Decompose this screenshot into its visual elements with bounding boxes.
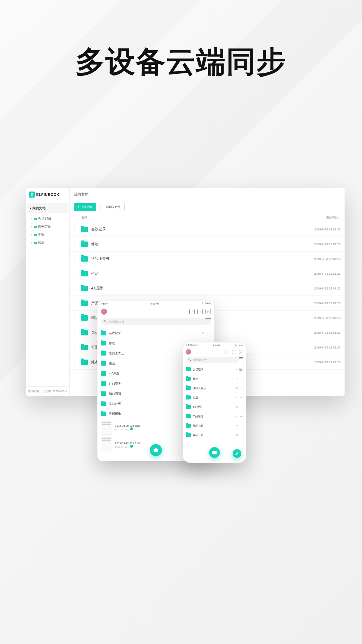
row-checkbox[interactable] [74, 286, 74, 291]
list-item[interactable]: 会议记录 20 ··· [101, 328, 211, 338]
folder-name: 修改 [193, 377, 235, 381]
row-name: 修改 [91, 241, 300, 247]
tablet-header: ✓ ＋ ◷ [98, 307, 214, 317]
list-item[interactable]: 生活 18 ··· [186, 393, 243, 402]
count-badge: 18 [236, 425, 238, 427]
phone-device: 􀙇 中国移动 ᯤ 9:41 AM 🔋 100% ✓ ＋ ◷ 🔍 搜索我的文件 会… [183, 342, 246, 463]
folder-name: 食品分析 [193, 433, 234, 437]
folder-icon [186, 395, 191, 399]
list-item[interactable]: 送我上青云 16 ··· [186, 383, 243, 393]
folder-icon [81, 271, 88, 276]
folder-icon [101, 381, 106, 386]
more-icon[interactable]: ··· [240, 406, 243, 409]
search-icon: 🔍 [188, 359, 191, 361]
history-icon[interactable]: ◷ [239, 350, 243, 354]
folder-icon [101, 391, 106, 396]
col-name-header[interactable]: 名称 [81, 215, 300, 220]
table-row[interactable]: 修改 2019-8-23 12:01:23 [70, 237, 345, 252]
row-checkbox[interactable] [74, 242, 74, 247]
doc-subtitle: 16-03-08 10:56 [115, 427, 140, 431]
camera-fab[interactable] [150, 444, 162, 456]
check-icon[interactable]: ✓ [225, 350, 229, 354]
status-bar: iPad ᯤ 9:41 AM 🔋 100% [98, 301, 214, 307]
row-time: 2019-8-23 12:01:23 [300, 272, 341, 275]
row-checkbox[interactable] [74, 360, 74, 365]
folder-name: 4.0原型 [193, 405, 234, 409]
camera-icon [212, 450, 217, 455]
row-checkbox[interactable] [74, 257, 74, 261]
folder-icon [101, 341, 106, 345]
menu-icon[interactable] [205, 318, 211, 322]
row-time: 2019-8-23 12:01:23 [300, 228, 341, 231]
row-checkbox[interactable] [74, 316, 74, 320]
col-time-header[interactable]: 更新时间 ↓ [300, 215, 341, 220]
upload-pdf-button[interactable]: ⇡ 上传PDF [74, 203, 96, 211]
table-row[interactable]: 会议记录 2019-8-23 12:01:23 [70, 222, 345, 237]
new-folder-button[interactable]: + 新建文件夹 [100, 203, 125, 211]
folder-icon [186, 424, 191, 428]
folder-icon [186, 367, 191, 371]
tag-icon[interactable] [239, 368, 243, 372]
folder-icon [34, 234, 37, 236]
folder-icon [101, 331, 106, 335]
list-item[interactable]: 修改 8 ··· [186, 374, 243, 383]
phone-header: ✓ ＋ ◷ [183, 348, 246, 356]
sync-icon [130, 427, 133, 430]
more-icon[interactable]: ··· [240, 424, 243, 427]
check-icon[interactable]: ✓ [189, 309, 195, 314]
edit-fab[interactable] [233, 449, 241, 458]
sidebar-item[interactable]: 会议记录 [31, 215, 69, 223]
sidebar: E ELFINBOOK ▾ 我的文档 会议记录读书笔记手账账本 🗑 回收站 云空… [26, 188, 70, 396]
trash-link[interactable]: 🗑 回收站 [28, 389, 40, 393]
avatar[interactable] [101, 309, 107, 315]
folder-icon [81, 301, 88, 306]
add-icon[interactable]: ＋ [197, 309, 203, 314]
folder-name: 精品书籍 [193, 424, 234, 428]
row-checkbox[interactable] [74, 227, 74, 232]
folder-icon [34, 226, 37, 228]
sidebar-item-label: 会议记录 [38, 216, 51, 221]
sidebar-item[interactable]: 读书笔记 [31, 223, 69, 231]
select-all-checkbox[interactable] [74, 216, 77, 219]
row-checkbox[interactable] [74, 301, 74, 306]
list-item[interactable]: 食品分析 18 ··· [186, 430, 243, 440]
search-input[interactable]: 🔍 搜索我的文件 [186, 357, 239, 363]
list-item[interactable]: 产品思考 15 ··· [186, 412, 243, 421]
row-time: 2019-8-23 12:01:23 [300, 243, 341, 246]
row-checkbox[interactable] [74, 345, 74, 350]
camera-fab[interactable] [209, 447, 220, 458]
row-time: 2019-8-23 12:01:23 [300, 361, 341, 364]
sidebar-root[interactable]: ▾ 我的文档 [27, 203, 68, 213]
list-item[interactable]: 会议记录 20 ··· [186, 365, 243, 374]
more-icon[interactable]: ··· [240, 387, 243, 390]
folder-icon [81, 330, 88, 335]
sidebar-item[interactable]: 账本 [31, 239, 69, 247]
list-item[interactable]: 精品书籍 18 ··· [186, 421, 243, 430]
more-icon[interactable]: ··· [240, 415, 243, 418]
more-icon[interactable]: ··· [240, 396, 243, 399]
table-row[interactable]: 生活 2019-8-23 12:01:23 [70, 266, 345, 281]
folder-name: 生活 [193, 396, 234, 399]
folder-name: 会议记录 [109, 331, 199, 335]
more-icon[interactable]: ··· [240, 377, 243, 380]
sidebar-item[interactable]: 手账 [31, 231, 69, 239]
history-icon[interactable]: ◷ [205, 309, 211, 314]
avatar[interactable] [186, 349, 191, 355]
list-item[interactable]: 4.0原型 16 ··· [186, 402, 243, 412]
table-row[interactable]: 4.0原型 2019-8-23 12:01:23 [70, 281, 345, 296]
add-icon[interactable]: ＋ [232, 350, 236, 354]
folder-icon [101, 351, 106, 356]
count-badge: 18 [236, 434, 238, 436]
row-checkbox[interactable] [74, 271, 74, 276]
doc-thumbnail [101, 437, 112, 452]
more-icon[interactable]: ··· [207, 331, 211, 335]
sidebar-item-label: 读书笔记 [38, 224, 51, 229]
menu-icon[interactable] [239, 357, 243, 360]
table-row[interactable]: 送我上青云 2019-8-23 12:01:23 [70, 252, 345, 266]
search-input[interactable]: 🔍 搜索我的文件 [101, 318, 211, 325]
upload-icon: ⇡ [77, 206, 80, 209]
more-icon[interactable]: ··· [240, 434, 243, 437]
row-name: 会议记录 [91, 227, 300, 232]
row-checkbox[interactable] [74, 330, 74, 335]
folder-icon [34, 218, 37, 220]
